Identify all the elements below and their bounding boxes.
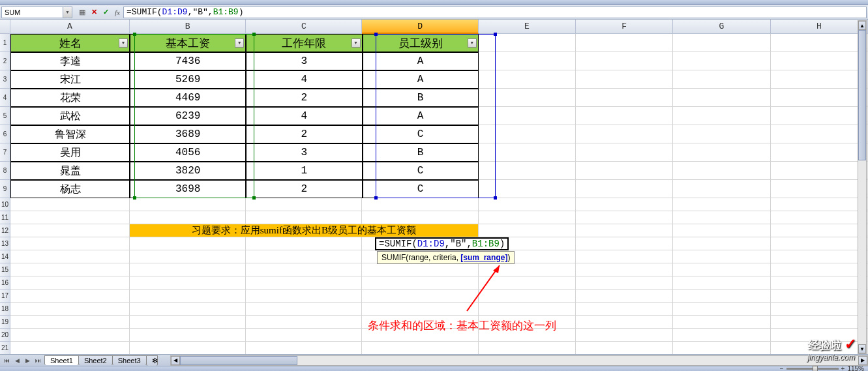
- cell[interactable]: 4469: [130, 89, 246, 107]
- cell[interactable]: [771, 289, 868, 303]
- cell[interactable]: B: [363, 143, 479, 162]
- row-header[interactable]: 18: [0, 303, 10, 316]
- cell[interactable]: [576, 198, 673, 211]
- cell[interactable]: [10, 263, 130, 276]
- row-header[interactable]: 14: [0, 250, 10, 263]
- row-header[interactable]: 4: [0, 89, 10, 107]
- cell[interactable]: 4: [246, 70, 362, 89]
- filter-icon[interactable]: ▼: [352, 38, 361, 48]
- col-header-B[interactable]: B: [130, 20, 246, 34]
- cell[interactable]: [673, 162, 770, 180]
- cell[interactable]: [576, 180, 673, 198]
- cell[interactable]: [246, 276, 362, 289]
- enter-button[interactable]: ✓: [100, 7, 112, 18]
- col-header-G[interactable]: G: [673, 20, 770, 34]
- cell[interactable]: [673, 125, 770, 143]
- cell[interactable]: A: [363, 70, 479, 89]
- cell[interactable]: [246, 198, 362, 211]
- tab-nav-last[interactable]: ⏭: [33, 355, 43, 366]
- cell[interactable]: [479, 162, 576, 180]
- cell[interactable]: [362, 263, 478, 276]
- cell[interactable]: 3: [246, 52, 362, 70]
- cell[interactable]: [771, 276, 868, 289]
- cell[interactable]: [10, 276, 130, 289]
- zoom-slider[interactable]: [786, 368, 839, 370]
- cell[interactable]: [576, 211, 673, 224]
- cell[interactable]: [10, 329, 130, 342]
- cell[interactable]: [130, 316, 246, 329]
- row-header[interactable]: 5: [0, 107, 10, 125]
- cell[interactable]: [479, 198, 576, 211]
- cell[interactable]: [771, 162, 868, 180]
- cell[interactable]: [673, 143, 770, 162]
- tooltip-arg-link[interactable]: [sum_range]: [460, 253, 507, 262]
- cell[interactable]: [479, 34, 576, 52]
- cell[interactable]: [771, 143, 868, 162]
- cell[interactable]: [771, 237, 868, 250]
- cell[interactable]: [479, 263, 576, 276]
- row-header[interactable]: 9: [0, 180, 10, 198]
- col-header-E[interactable]: E: [479, 20, 576, 34]
- cell[interactable]: 2: [246, 125, 362, 143]
- cell[interactable]: [246, 303, 362, 316]
- sheet-tab-1[interactable]: Sheet1: [44, 355, 79, 365]
- zoom-handle[interactable]: [813, 366, 818, 371]
- cell[interactable]: [130, 263, 246, 276]
- cell[interactable]: [479, 125, 576, 143]
- tab-nav-prev[interactable]: ◀: [12, 355, 22, 366]
- cell[interactable]: [576, 224, 673, 237]
- cell[interactable]: [130, 211, 246, 224]
- header-salary[interactable]: 基本工资▼: [130, 34, 246, 52]
- cell[interactable]: [771, 125, 868, 143]
- cell[interactable]: [771, 34, 868, 52]
- cell[interactable]: [130, 303, 246, 316]
- cell[interactable]: [673, 237, 770, 250]
- cell[interactable]: [673, 89, 770, 107]
- cell[interactable]: 宋江: [10, 70, 130, 89]
- cell[interactable]: 4056: [130, 143, 246, 162]
- cell[interactable]: [10, 303, 130, 316]
- row-header[interactable]: 17: [0, 289, 10, 303]
- scroll-right-button[interactable]: ▶: [858, 356, 867, 365]
- cell[interactable]: 4: [246, 107, 362, 125]
- tab-nav-next[interactable]: ▶: [22, 355, 33, 366]
- cell[interactable]: [576, 34, 673, 52]
- cell[interactable]: [479, 289, 576, 303]
- cell[interactable]: 3689: [130, 125, 246, 143]
- cell[interactable]: [479, 180, 576, 198]
- cell[interactable]: [246, 250, 362, 263]
- cell[interactable]: [10, 316, 130, 329]
- cell[interactable]: 6239: [130, 107, 246, 125]
- cell[interactable]: [576, 107, 673, 125]
- row-header[interactable]: 16: [0, 276, 10, 289]
- cell[interactable]: [673, 342, 770, 355]
- cell[interactable]: [673, 70, 770, 89]
- cell[interactable]: 李逵: [10, 52, 130, 70]
- cells[interactable]: 姓名▼ 基本工资▼ 工作年限▼ 员工级别▼ 李逵74363A宋江52694A花荣…: [10, 34, 868, 354]
- zoom-in-icon[interactable]: +: [841, 365, 845, 371]
- cell[interactable]: [10, 224, 130, 237]
- col-header-H[interactable]: H: [771, 20, 868, 34]
- cell[interactable]: [130, 276, 246, 289]
- row-header[interactable]: 10: [0, 198, 10, 211]
- col-header-C[interactable]: C: [246, 20, 362, 34]
- cell[interactable]: [362, 198, 478, 211]
- fx-button[interactable]: fx: [112, 7, 123, 18]
- row-header[interactable]: 21: [0, 342, 10, 355]
- cell[interactable]: [362, 211, 478, 224]
- cell[interactable]: [771, 224, 868, 237]
- cell[interactable]: [771, 316, 868, 329]
- cell[interactable]: [246, 237, 362, 250]
- row-header[interactable]: 19: [0, 316, 10, 329]
- zoom-out-icon[interactable]: −: [780, 365, 784, 371]
- cell[interactable]: 5269: [130, 70, 246, 89]
- range-icon[interactable]: ▦: [76, 7, 88, 18]
- cell[interactable]: [673, 303, 770, 316]
- scroll-down-button[interactable]: ▼: [858, 344, 866, 353]
- cell[interactable]: [771, 180, 868, 198]
- cell[interactable]: [576, 342, 673, 355]
- row-header[interactable]: 12: [0, 224, 10, 237]
- cell[interactable]: [10, 198, 130, 211]
- cell[interactable]: 2: [246, 180, 362, 198]
- cell[interactable]: A: [363, 107, 479, 125]
